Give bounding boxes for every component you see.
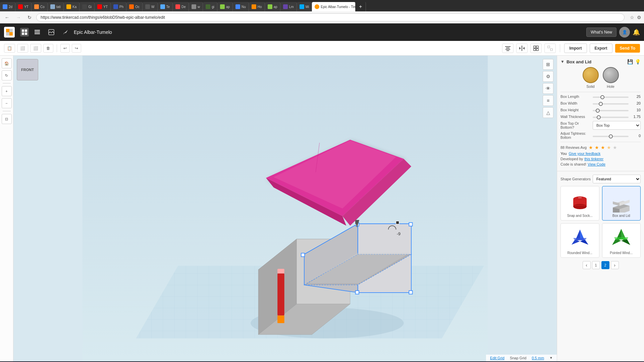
prev-page-btn[interactable]: ‹ — [583, 261, 591, 269]
redo-btn[interactable]: ↪ — [72, 44, 81, 53]
svg-rect-13 — [506, 48, 509, 48]
gallery-mode-btn[interactable] — [46, 27, 57, 37]
shape-card-box[interactable]: Box and Lid — [602, 186, 641, 221]
mirror-tool-btn[interactable] — [516, 44, 528, 53]
duplicate-btn[interactable]: ⬜ — [17, 44, 28, 53]
tinkerer-link[interactable]: this tinkerer — [584, 157, 603, 161]
scene-svg: -9 — [13, 56, 557, 361]
zoom-in-btn[interactable]: + — [2, 86, 12, 96]
you-label: You — [560, 152, 567, 156]
tab-ka[interactable]: Ka — [64, 2, 79, 11]
tightness-row: Adjust Tightness: Bottom 0 — [560, 132, 641, 140]
tab-bar[interactable]: 2d YT Co tati Ka Gi YT Ph Oc W Te De w g… — [0, 0, 644, 11]
tab-ho[interactable]: Ho — [249, 2, 265, 11]
rotate-view-btn[interactable]: ↻ — [2, 70, 12, 80]
tab-gi[interactable]: Gi — [79, 2, 95, 11]
page-1-btn[interactable]: 1 — [592, 261, 600, 269]
svg-marker-69 — [572, 240, 580, 245]
tab-ap2[interactable]: ap — [265, 2, 280, 11]
bookmark-btn[interactable]: ☆ — [630, 15, 634, 20]
panel-save-btn[interactable]: 💾 — [627, 59, 633, 64]
viewport-shape-btn[interactable]: △ — [543, 107, 553, 118]
svg-rect-51 — [277, 274, 284, 315]
tab-tati[interactable]: tati — [48, 2, 64, 11]
forward-btn[interactable]: → — [14, 14, 23, 21]
box-height-slider[interactable] — [593, 110, 629, 111]
tab-gi2[interactable]: gi — [203, 2, 217, 11]
import-btn[interactable]: Import — [564, 44, 587, 53]
svg-rect-39 — [356, 291, 359, 294]
refresh-btn[interactable]: ↻ — [25, 14, 34, 21]
extensions-btn[interactable]: ⚙ — [637, 15, 641, 20]
tab-ap1[interactable]: ap — [217, 2, 233, 11]
next-page-btn[interactable]: › — [611, 261, 619, 269]
tab-yt2[interactable]: YT — [95, 2, 111, 11]
box-top-bottom-select[interactable]: Box Top Box Bottom — [593, 121, 641, 130]
export-btn[interactable]: Export — [590, 44, 612, 53]
tab-yt1[interactable]: YT — [15, 2, 32, 11]
rounded-wind-name: Rounded Wind... — [568, 251, 593, 255]
wall-thickness-slider[interactable] — [593, 117, 629, 118]
solid-option[interactable]: Solid — [583, 67, 599, 88]
delete-btn[interactable]: 🗑 — [43, 44, 53, 53]
panel-info-btn[interactable]: 💡 — [635, 59, 641, 64]
page-2-btn[interactable]: 2 — [601, 261, 609, 269]
box-width-slider[interactable] — [593, 103, 629, 105]
hole-option[interactable]: Hole — [603, 67, 619, 88]
tightness-slider-container — [593, 133, 629, 138]
back-btn[interactable]: ← — [3, 14, 11, 21]
panel-collapse-btn[interactable]: ▼ — [560, 59, 565, 64]
tab-de[interactable]: De — [173, 2, 189, 11]
undo-btn[interactable]: ↩ — [60, 44, 70, 53]
box-length-slider[interactable] — [593, 97, 629, 98]
home-view-btn[interactable]: 🏠 — [2, 58, 12, 68]
whats-new-btn[interactable]: What's New — [586, 27, 616, 37]
tab-ph[interactable]: Ph — [111, 2, 126, 11]
shape-card-rounded-wind[interactable]: Rounded Wind... — [560, 223, 599, 258]
code-row: Code is shared! View Code — [560, 162, 641, 166]
clipboard-btn[interactable]: 📋 — [4, 44, 15, 53]
viewport-settings-btn[interactable]: ⚙ — [543, 71, 553, 82]
tab-co[interactable]: Co — [32, 2, 48, 11]
ungroup-tool-btn[interactable] — [544, 44, 556, 53]
tab-tinkercad[interactable]: Epic Albar-Tumelo - Tinkercad✕ — [312, 2, 356, 11]
viewport-view-btn[interactable]: 👁 — [543, 83, 553, 94]
tab-nu[interactable]: Nu — [233, 2, 249, 11]
view-cube[interactable]: FRONT — [17, 59, 38, 80]
tab-lm[interactable]: Lm — [280, 2, 297, 11]
user-avatar[interactable]: 👤 — [619, 27, 630, 38]
duplicate2-btn[interactable]: ⬜ — [30, 44, 41, 53]
grid-mode-btn[interactable] — [20, 28, 29, 37]
viewport-layers-btn[interactable]: ≡ — [543, 95, 553, 106]
tab-ww[interactable]: w — [189, 2, 203, 11]
tab-2d[interactable]: 2d — [0, 2, 15, 11]
sendto-btn[interactable]: Send To — [615, 44, 640, 53]
svg-marker-71 — [573, 238, 587, 240]
edit-grid-label[interactable]: Edit Grid — [490, 356, 504, 360]
shape-card-snap[interactable]: Snap and Sock... — [560, 186, 599, 221]
tinker-mode-btn[interactable] — [60, 27, 71, 37]
tab-oc[interactable]: Oc — [126, 2, 143, 11]
tab-te[interactable]: Te — [158, 2, 173, 11]
shape-card-pointed-wind[interactable]: Pointed Wind... — [602, 223, 641, 258]
svg-rect-8 — [35, 30, 40, 31]
list-mode-btn[interactable] — [32, 27, 43, 37]
tab-w[interactable]: W — [143, 2, 157, 11]
tab-mi[interactable]: Mi — [297, 2, 312, 11]
notification-btn[interactable]: 🔔 — [633, 28, 640, 36]
view-code-link[interactable]: View Code — [588, 162, 605, 166]
group-tool-btn[interactable] — [530, 44, 542, 53]
give-feedback-link[interactable]: Give your feedback — [569, 152, 601, 156]
zoom-out-btn[interactable]: − — [2, 98, 12, 108]
shape-generators-select[interactable]: Featured Community My Generators — [593, 175, 641, 183]
snap-value[interactable]: 0.5 mm — [532, 356, 544, 360]
box-lid-thumbnail — [609, 189, 633, 213]
tab-new[interactable]: + — [356, 2, 366, 11]
align-tool-btn[interactable] — [502, 44, 514, 53]
viewport[interactable]: -9 — [13, 56, 557, 361]
viewport-grid-btn[interactable]: ⊞ — [543, 59, 553, 70]
snap-dropdown-btn[interactable]: ▼ — [549, 356, 553, 360]
fit-view-btn[interactable]: ⊡ — [2, 114, 12, 124]
tightness-slider[interactable] — [593, 136, 629, 137]
url-input[interactable] — [36, 13, 625, 21]
